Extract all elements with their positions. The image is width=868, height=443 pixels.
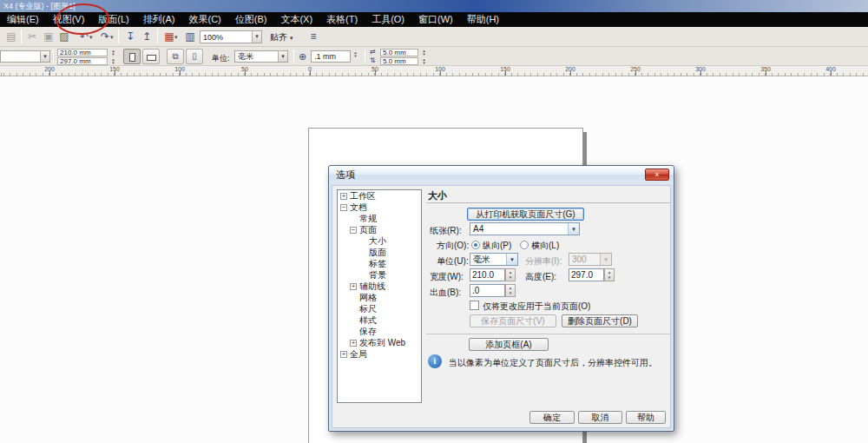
page-width-spinner[interactable]: ▴▾ — [109, 49, 117, 56]
duplicate-y-spinner[interactable]: ▴▾ — [420, 57, 428, 64]
menu-item-window[interactable]: 窗口(W) — [411, 12, 460, 27]
resolution-value: 300 — [569, 255, 600, 264]
tree-item-background[interactable]: 背景 — [338, 269, 421, 281]
delete-page-size-button[interactable]: 删除页面尺寸(D) — [562, 314, 638, 327]
chevron-down-icon[interactable]: ▾ — [40, 51, 49, 62]
menu-item-help[interactable]: 帮助(H) — [460, 12, 506, 27]
tree-item-guidelines[interactable]: +辅助线 — [338, 281, 421, 292]
export-icon[interactable]: ↥ — [139, 30, 155, 44]
menu-item-arrange[interactable]: 排列(A) — [136, 12, 182, 27]
help-button[interactable]: 帮助 — [626, 411, 666, 424]
divider — [426, 202, 670, 203]
copy-icon[interactable]: ▣ — [41, 30, 56, 44]
height-field[interactable]: 297.0 — [569, 268, 604, 281]
tree-item-web[interactable]: +发布到 Web — [338, 337, 421, 348]
page-height-spinner[interactable]: ▴▾ — [109, 57, 117, 64]
corel-window-icon[interactable]: ▥ — [182, 30, 198, 44]
cancel-button[interactable]: 取消 — [578, 411, 622, 424]
units-combo[interactable]: 毫米 ▾ — [234, 50, 288, 63]
duplicate-y-field[interactable]: 5.0 mm — [380, 57, 418, 65]
get-page-size-from-printer-button[interactable]: 从打印机获取页面尺寸(G) — [467, 208, 584, 221]
duplicate-x-field[interactable]: 5.0 mm — [380, 49, 418, 56]
expand-icon[interactable]: + — [350, 283, 357, 290]
expand-icon[interactable]: + — [350, 340, 357, 347]
options-tree: +工作区−文档常规−页面大小版面标签背景+辅助线网格标尺样式保存+发布到 Web… — [337, 189, 422, 403]
width-field[interactable]: 210.0 — [470, 268, 505, 281]
options-dialog: 选项 × +工作区−文档常规−页面大小版面标签背景+辅助线网格标尺样式保存+发布… — [328, 165, 674, 432]
close-icon[interactable]: × — [645, 169, 669, 181]
options-icon[interactable]: ≡ — [306, 30, 321, 44]
redo-dropdown-icon[interactable]: ▾ — [110, 34, 114, 41]
print-icon[interactable]: ▤ — [3, 30, 19, 44]
paper-select[interactable]: A4 ▾ — [470, 222, 580, 235]
menu-item-table[interactable]: 表格(T) — [319, 12, 365, 27]
page-height-value: 297.0 mm — [60, 57, 91, 65]
bleed-spinner[interactable]: ▴▾ — [505, 284, 516, 297]
tree-item-workspace[interactable]: +工作区 — [338, 190, 421, 202]
paper-label: 纸张(R): — [430, 225, 462, 237]
width-label: 宽度(W): — [430, 271, 464, 283]
all-pages-button[interactable]: ⧉ — [167, 49, 184, 64]
cut-icon[interactable]: ✂ — [24, 30, 40, 44]
size-panel: 大小 从打印机获取页面尺寸(G) 纸张(R): A4 ▾ 方向(O): 纵向(P… — [426, 189, 670, 403]
launcher-dropdown-icon[interactable]: ▾ — [174, 34, 178, 41]
nudge-spinner[interactable]: ▴▾ — [352, 50, 359, 57]
tree-item-grid[interactable]: 网格 — [338, 292, 421, 303]
menu-item-text[interactable]: 文本(X) — [273, 12, 319, 27]
landscape-radio[interactable] — [520, 241, 529, 249]
tree-item-general[interactable]: 常规 — [338, 213, 421, 224]
import-icon[interactable]: ↧ — [122, 30, 138, 44]
portrait-radio[interactable] — [471, 241, 480, 249]
tree-item-global[interactable]: +全局 — [338, 348, 421, 360]
expand-icon[interactable]: + — [340, 351, 347, 358]
toolbar-separator — [293, 50, 294, 63]
ruler-major-tick — [440, 70, 441, 76]
collapse-icon[interactable]: − — [340, 204, 347, 211]
portrait-button[interactable] — [123, 49, 141, 64]
height-spinner[interactable]: ▴▾ — [604, 268, 615, 281]
zoom-level-combo[interactable]: 100% ▾ — [200, 30, 262, 43]
dialog-titlebar[interactable]: 选项 — [329, 166, 674, 184]
tree-item-size[interactable]: 大小 — [338, 235, 421, 247]
menu-item-tools[interactable]: 工具(O) — [365, 12, 411, 27]
page-preset-combo[interactable]: ▾ — [0, 50, 50, 63]
window-titlebar[interactable]: X4 (专业版) - [图形1] — [0, 0, 868, 12]
portrait-icon — [129, 53, 135, 62]
snap-to-button[interactable]: 贴齐▾ — [266, 30, 298, 44]
tree-item-page[interactable]: −页面 — [338, 224, 421, 235]
width-spinner[interactable]: ▴▾ — [505, 268, 516, 281]
chevron-down-icon[interactable]: ▾ — [568, 223, 579, 235]
panel-title: 大小 — [428, 189, 447, 202]
tree-item-layout[interactable]: 版面 — [338, 247, 421, 258]
chevron-down-icon[interactable]: ▾ — [252, 31, 261, 43]
page-height-field[interactable]: 297.0 mm — [57, 57, 108, 65]
expand-icon[interactable]: + — [340, 193, 347, 200]
menu-item-bitmaps[interactable]: 位图(B) — [228, 12, 274, 27]
bleed-field[interactable]: .0 — [470, 284, 505, 297]
chevron-down-icon[interactable]: ▾ — [506, 254, 517, 265]
menu-item-effects[interactable]: 效果(C) — [181, 12, 227, 27]
tree-item-rulers[interactable]: 标尺 — [338, 303, 421, 314]
tree-item-document[interactable]: −文档 — [338, 202, 421, 213]
unit-select[interactable]: 毫米 ▾ — [470, 253, 518, 266]
undo-dropdown-icon[interactable]: ▾ — [89, 34, 93, 41]
tree-item-label[interactable]: 标签 — [338, 258, 421, 269]
menu-item-edit[interactable]: 编辑(E) — [0, 12, 46, 27]
tree-item-label: 样式 — [359, 314, 377, 327]
landscape-button[interactable] — [142, 49, 160, 64]
duplicate-x-spinner[interactable]: ▴▾ — [420, 49, 428, 56]
height-label: 高度(E): — [525, 271, 556, 283]
chevron-down-icon[interactable]: ▾ — [278, 51, 287, 62]
paper-value: A4 — [470, 224, 568, 234]
tree-item-styles[interactable]: 样式 — [338, 314, 421, 326]
page-width-field[interactable]: 210.0 mm — [57, 49, 108, 56]
apply-current-page-checkbox[interactable] — [470, 301, 479, 310]
add-page-frame-button[interactable]: 添加页框(A) — [469, 338, 549, 351]
nudge-field[interactable]: .1 mm — [311, 50, 351, 63]
tree-item-save[interactable]: 保存 — [338, 326, 421, 337]
ok-button[interactable]: 确定 — [529, 411, 575, 424]
horizontal-ruler[interactable]: 20015010050050100150200250300350400 — [0, 66, 868, 76]
collapse-icon[interactable]: − — [350, 227, 357, 234]
ruler-major-tick — [570, 70, 571, 76]
current-page-button[interactable]: ▯ — [186, 49, 203, 64]
